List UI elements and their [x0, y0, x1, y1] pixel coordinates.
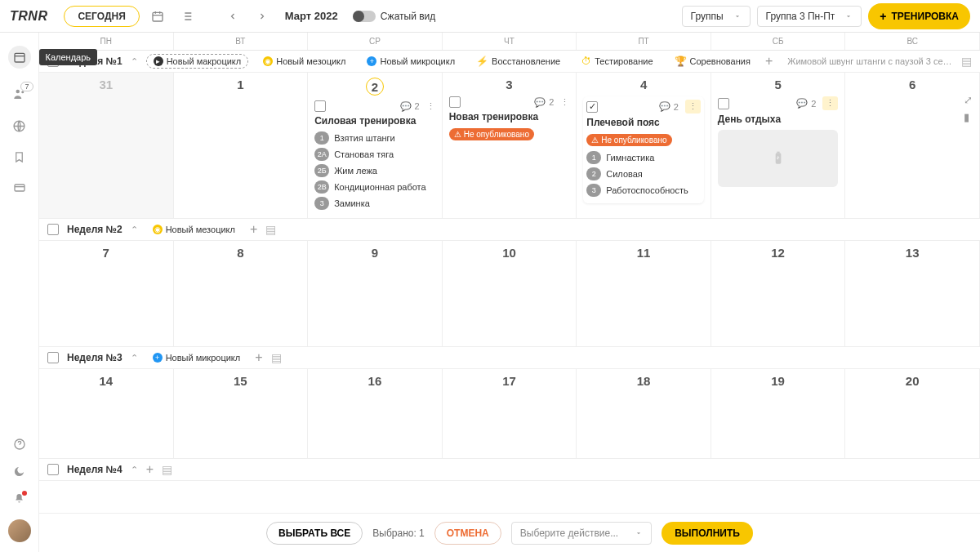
people-badge: 7 [20, 82, 33, 91]
week1-days: 31 1 2 💬2 ⋮ Силовая тренировка 1Взятия ш… [39, 73, 980, 219]
sidebar-calendar-icon[interactable]: Календарь [8, 46, 31, 69]
week3-checkbox[interactable] [47, 352, 59, 363]
sidebar-bell-icon[interactable] [13, 492, 25, 505]
day-cell[interactable]: 9 [308, 241, 443, 346]
svg-point-2 [16, 90, 20, 94]
exercise-item[interactable]: 3Заминка [314, 197, 435, 210]
sidebar-bookmark-icon[interactable] [13, 151, 25, 163]
week2-checkbox[interactable] [47, 224, 59, 235]
fri-checkbox[interactable] [586, 101, 598, 113]
workout-title[interactable]: Новая тренировка [449, 111, 570, 122]
week2-collapse[interactable]: ⌃ [131, 225, 138, 235]
day-cell[interactable]: 19 [711, 369, 846, 458]
chip-microcycle[interactable]: +Новый микроцикл [360, 55, 461, 68]
group-value-select[interactable]: Группа 3 Пн-Пт [757, 6, 862, 27]
day-cell[interactable]: 15 [174, 369, 309, 458]
thu-checkbox[interactable] [449, 96, 461, 108]
sat-checkbox[interactable] [718, 98, 729, 109]
svg-rect-8 [777, 152, 779, 154]
day-cell-1[interactable]: 1 [174, 73, 309, 218]
day-cell-4[interactable]: 4 💬2 ⋮ Плечевой пояс ⚠Не опубликовано 1Г… [577, 73, 711, 218]
day-cell[interactable]: 14 [39, 369, 174, 458]
action-select[interactable]: Выберите действие... [511, 522, 652, 545]
compact-toggle-label: Сжатый вид [381, 11, 436, 22]
sidebar-globe-icon[interactable] [12, 119, 26, 133]
day-cell[interactable]: 18 [577, 369, 711, 458]
day-cell[interactable]: 16 [308, 369, 443, 458]
week3-chat-icon[interactable]: ▤ [271, 351, 282, 364]
today-button[interactable]: СЕГОДНЯ [64, 6, 139, 27]
week1-bar: Неделя №1 ⌃ ▸Новый макроцикл ◉Новый мезо… [39, 51, 980, 73]
exercise-item[interactable]: 1Гимнастика [586, 151, 701, 164]
chip-mesocycle[interactable]: ◉Новый мезоцикл [146, 223, 242, 236]
day-cell[interactable]: 20 [845, 369, 980, 458]
day-cell[interactable]: 8 [174, 241, 309, 346]
day-cell[interactable]: 12 [711, 241, 846, 346]
day-cell[interactable]: 11 [577, 241, 711, 346]
unpublished-badge: ⚠Не опубликовано [449, 128, 534, 140]
exercise-item[interactable]: 2ВКондиционная работа [314, 180, 435, 194]
week3-collapse[interactable]: ⌃ [131, 353, 138, 363]
prev-month-icon[interactable] [221, 5, 244, 28]
battery-icon[interactable]: ▮ [964, 111, 973, 123]
day-cell[interactable]: 13 [845, 241, 980, 346]
month-label: Март 2022 [285, 10, 338, 22]
day-cell[interactable]: 17 [443, 369, 577, 458]
day-cell[interactable]: 10 [443, 241, 577, 346]
expand-icon[interactable]: ⤢ [964, 94, 973, 106]
cancel-button[interactable]: ОТМЕНА [434, 522, 501, 545]
exercise-item[interactable]: 3Работоспособность [586, 184, 701, 197]
avatar[interactable] [8, 519, 31, 542]
day-cell-31[interactable]: 31 [39, 73, 174, 218]
chip-mesocycle[interactable]: ◉Новый мезоцикл [256, 55, 352, 68]
day-cell-3[interactable]: 3 💬2 ⋮ Новая тренировка ⚠Не опубликовано [443, 73, 577, 218]
sidebar-moon-icon[interactable] [13, 465, 25, 478]
day-header: ПНВТСРЧТПТСБВС [39, 33, 980, 51]
svg-rect-0 [153, 12, 163, 21]
selected-count: Выбрано: 1 [372, 528, 425, 539]
week3-add-icon[interactable]: + [255, 350, 262, 365]
week4-checkbox[interactable] [47, 464, 59, 475]
comments-icon[interactable]: 💬 [400, 101, 412, 112]
week2-add-icon[interactable]: + [250, 222, 257, 237]
exercise-item[interactable]: 2Силовая [586, 167, 701, 180]
list-icon[interactable] [176, 5, 198, 28]
chip-testing[interactable]: ⏱Тестирование [575, 54, 659, 69]
execute-button[interactable]: ВЫПОЛНИТЬ [662, 522, 753, 545]
rest-card [718, 130, 839, 187]
sidebar-people-icon[interactable]: 7 [12, 87, 27, 101]
svg-rect-1 [15, 53, 24, 62]
chip-macrocycle[interactable]: ▸Новый макроцикл [146, 54, 249, 69]
chip-microcycle[interactable]: +Новый микроцикл [146, 351, 247, 364]
calendar-icon[interactable] [146, 5, 169, 28]
wed-checkbox[interactable] [314, 100, 326, 112]
week1-add-icon[interactable]: + [765, 54, 773, 69]
groups-select[interactable]: Группы [682, 6, 751, 27]
next-month-icon[interactable] [251, 5, 274, 28]
day-cell-2[interactable]: 2 💬2 ⋮ Силовая тренировка 1Взятия штанги… [308, 73, 443, 218]
week4-collapse[interactable]: ⌃ [131, 465, 138, 475]
day-cell-5[interactable]: 5 💬2 ⋮ День отдыха [711, 73, 846, 218]
workout-title[interactable]: День отдыха [718, 114, 839, 125]
week4-add-icon[interactable]: + [146, 462, 154, 477]
exercise-item[interactable]: 1Взятия штанги [314, 131, 435, 145]
day-cell[interactable]: 7 [39, 241, 174, 346]
workout-title[interactable]: Плечевой пояс [586, 117, 701, 128]
week2-chat-icon[interactable]: ▤ [265, 223, 276, 236]
week1-chat-icon[interactable]: ▤ [961, 55, 972, 68]
compact-toggle[interactable]: Сжатый вид [353, 11, 436, 22]
chip-competition[interactable]: 🏆Соревнования [668, 54, 757, 69]
select-all-button[interactable]: ВЫБРАТЬ ВСЕ [266, 522, 363, 545]
action-bar: ВЫБРАТЬ ВСЕ Выбрано: 1 ОТМЕНА Выберите д… [39, 513, 980, 552]
exercise-item[interactable]: 2БЖим лежа [314, 164, 435, 177]
new-workout-button[interactable]: +ТРЕНИРОВКА [868, 3, 970, 29]
menu-icon[interactable]: ⋮ [426, 101, 435, 112]
week1-collapse[interactable]: ⌃ [131, 56, 138, 67]
day-cell-6[interactable]: 6 ⤢ ▮ [845, 73, 980, 218]
workout-title[interactable]: Силовая тренировка [314, 115, 435, 127]
week4-chat-icon[interactable]: ▤ [162, 463, 172, 476]
sidebar-help-icon[interactable] [13, 438, 26, 451]
exercise-item[interactable]: 2АСтановая тяга [314, 148, 435, 161]
sidebar-card-icon[interactable] [13, 181, 26, 194]
chip-recovery[interactable]: ⚡Восстановление [470, 54, 567, 69]
